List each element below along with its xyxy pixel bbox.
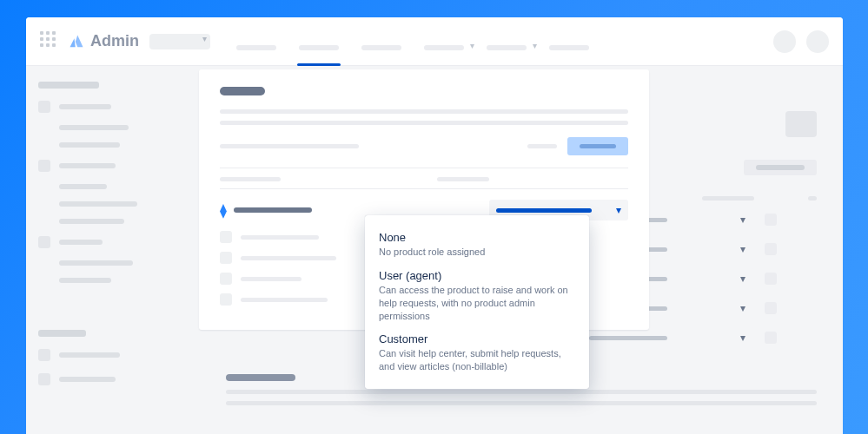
placeholder-line [226,401,817,405]
help-button[interactable] [773,30,796,53]
nav-tab-5[interactable] [487,45,527,50]
col-header [702,196,754,201]
col-header [808,196,817,201]
nav-tab-active[interactable] [299,45,339,50]
sidebar-subitem[interactable] [59,219,188,224]
divider [220,168,628,168]
avatar[interactable] [806,30,829,53]
main-action-button[interactable] [744,160,817,175]
role-dropdown-menu: None No product role assigned User (agen… [365,215,589,389]
sidebar-subitem[interactable] [59,184,188,189]
role-option-user-agent[interactable]: User (agent) Can access the product to r… [377,264,577,328]
sidebar-item[interactable] [38,160,188,172]
nav-tab-6[interactable] [549,45,589,50]
col-label [437,177,489,181]
card-subheader [220,144,359,148]
placeholder-line [226,390,817,394]
nav-tab-1[interactable] [236,45,276,50]
row-actions[interactable] [765,243,777,255]
sidebar-subitem[interactable] [59,278,188,283]
card-desc-line [220,121,628,125]
row-actions[interactable] [765,273,777,285]
sidebar-item[interactable] [38,236,188,248]
section-heading [226,374,295,381]
main-icon-placeholder [785,111,817,137]
row-actions[interactable] [765,302,777,314]
col-label [220,177,281,181]
sidebar-heading-1 [38,82,188,89]
nav-tab-3[interactable] [361,45,401,50]
sidebar-item[interactable] [38,349,188,361]
org-switcher[interactable] [149,34,210,49]
sidebar [26,66,200,434]
product-name-placeholder [234,207,312,213]
row-actions[interactable] [765,214,777,226]
card-title-placeholder [220,87,265,95]
sidebar-subitem[interactable] [59,260,188,266]
sidebar-subitem[interactable] [59,125,188,130]
role-option-customer[interactable]: Customer Can visit help center, submit h… [377,327,577,378]
sidebar-subitem[interactable] [59,201,188,207]
sidebar-heading-2 [38,330,188,337]
row-actions[interactable] [765,332,777,344]
sidebar-item[interactable] [38,373,188,385]
brand-logo[interactable]: Admin [68,32,139,50]
role-option-none[interactable]: None No product role assigned [377,226,577,264]
role-select[interactable]: ▾ [580,327,754,348]
bolt-icon: ⧫ [220,202,227,219]
nav-tab-4[interactable] [424,45,464,50]
atlassian-icon [68,33,85,50]
brand-text: Admin [90,32,139,50]
card-label [527,144,557,148]
nav-tabs [236,33,589,50]
app-switcher-icon[interactable] [40,31,61,52]
topbar: Admin [26,17,843,66]
card-primary-button[interactable] [567,137,628,155]
card-desc-line [220,109,628,114]
divider [220,188,628,189]
sidebar-item[interactable] [38,101,188,113]
sidebar-subitem[interactable] [59,142,188,148]
